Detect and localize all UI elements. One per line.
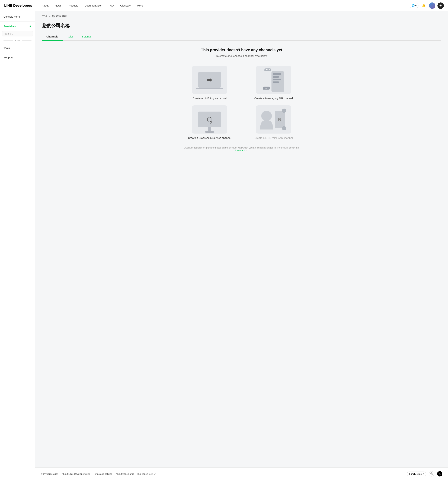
breadcrumb: TOP ▶ 您的公司名稱	[35, 11, 448, 20]
tab-channels[interactable]: Channels	[42, 33, 62, 41]
monitor-base	[205, 131, 214, 133]
header: LINE Developers About News Products Docu…	[0, 0, 448, 11]
sidebar-item-console-home[interactable]: Console home	[0, 13, 35, 21]
nav-news[interactable]: News	[52, 3, 64, 8]
chat-bubble-top	[264, 68, 271, 71]
phone-bar-2	[273, 76, 279, 78]
tabs: Channels Roles Settings	[42, 33, 441, 41]
dark-mode-toggle[interactable]: ☀	[437, 2, 444, 9]
channel-card-label-blockchain: Create a Blockchain Service channel	[188, 136, 231, 139]
sidebar-providers-row[interactable]: Providers	[0, 22, 35, 30]
dot5	[266, 88, 267, 89]
dot3	[269, 69, 270, 70]
sidebar-item-tools[interactable]: Tools	[0, 44, 35, 52]
nav-about[interactable]: About	[39, 3, 51, 8]
channel-card-mini-app[interactable]: N Create a LINE MINI App channel	[246, 106, 301, 139]
dot6	[268, 88, 269, 89]
chat-bubble-bottom	[263, 87, 270, 90]
main-nav: About News Products Documentation FAQ Gl…	[39, 3, 410, 8]
dot2	[268, 69, 268, 70]
main-content: TOP ▶ 您的公司名稱 您的公司名稱 Channels Roles Setti…	[35, 11, 448, 480]
providers-collapse-icon	[29, 26, 31, 27]
footer-link-trademarks[interactable]: About trademarks	[116, 473, 134, 475]
bell-icon: 🔔	[422, 4, 426, 7]
arrow-right-icon: ➡	[207, 76, 212, 84]
footer-link-terms[interactable]: Terms and policies	[93, 473, 112, 475]
family-caret-icon: ▾	[423, 473, 424, 475]
phone-bar-3	[273, 79, 281, 80]
notification-bell[interactable]: 🔔	[420, 2, 427, 9]
content-area: 您的公司名稱 Channels Roles Settings This prov…	[35, 20, 448, 467]
monitor-illustration: ⬡ ⬡	[198, 112, 221, 127]
header-actions: 🌐 ▾ 🔔 ☀	[410, 2, 444, 9]
info-icon: ⓘ	[430, 472, 433, 475]
channel-card-blockchain[interactable]: ⬡ ⬡ Create a Blockchain Service channel	[182, 106, 237, 139]
nav-products[interactable]: Products	[65, 3, 81, 8]
circle-info-button[interactable]: ⓘ	[429, 471, 434, 476]
external-link-icon: ↗	[245, 149, 247, 152]
sidebar: Console home Providers Admin Tools Suppo…	[0, 11, 35, 480]
tab-roles[interactable]: Roles	[62, 33, 78, 41]
laptop-illustration: ➡	[198, 72, 221, 88]
layout: Console home Providers Admin Tools Suppo…	[0, 11, 448, 480]
sun-icon: ☀	[439, 4, 442, 7]
lang-caret-icon: ▾	[415, 4, 417, 7]
copyright: © LY Corporation	[41, 473, 58, 475]
search-input[interactable]	[2, 31, 33, 36]
footer: © LY Corporation About LINE Developers s…	[35, 467, 448, 480]
logo[interactable]: LINE Developers	[4, 4, 32, 7]
person-phone-illustration: N	[260, 107, 288, 132]
breadcrumb-top[interactable]: TOP	[42, 15, 47, 18]
nav-more[interactable]: More	[135, 3, 145, 8]
channel-grid: ➡ Create a LINE Login channel	[182, 66, 301, 139]
family-sites-label: Family Sites	[409, 473, 422, 475]
footer-left: © LY Corporation About LINE Developers s…	[41, 473, 156, 475]
notice-text: Available features might defer based on …	[180, 146, 303, 152]
x-social-button[interactable]: 𝕏	[437, 471, 442, 476]
globe-icon: 🌐	[412, 4, 415, 7]
breadcrumb-current: 您的公司名稱	[52, 15, 67, 18]
social-dot-1	[282, 109, 286, 113]
dot4	[265, 88, 266, 89]
tab-settings[interactable]: Settings	[78, 33, 96, 41]
social-dot-2	[282, 126, 286, 130]
channel-card-img-line-login: ➡	[192, 66, 227, 94]
footer-link-about-site[interactable]: About LINE Developers site	[62, 473, 90, 475]
channel-card-label-line-login: Create a LINE Login channel	[193, 97, 227, 100]
dot1	[266, 69, 267, 70]
x-icon: 𝕏	[439, 473, 441, 475]
admin-section-label: Admin	[0, 38, 35, 42]
blockchain-icon-2: ⬡	[209, 120, 212, 124]
sidebar-providers-label: Providers	[4, 25, 16, 28]
n-icon: N	[278, 117, 282, 122]
channel-card-img-mini-app: N	[256, 106, 291, 134]
channel-card-line-login[interactable]: ➡ Create a LINE Login channel	[182, 66, 237, 100]
mini-phone: N	[275, 111, 285, 128]
channel-card-label-messaging-api: Create a Messaging API channel	[255, 97, 293, 100]
nav-documentation[interactable]: Documentation	[82, 3, 105, 8]
person-head	[261, 111, 272, 121]
footer-link-bug-report[interactable]: Bug report form ↗	[137, 473, 156, 475]
avatar[interactable]	[429, 2, 435, 9]
empty-state-title: This provider doesn't have any channels …	[42, 48, 441, 52]
breadcrumb-arrow-icon: ▶	[49, 15, 50, 18]
sidebar-divider-3	[0, 53, 35, 53]
phone-body	[271, 71, 284, 92]
laptop-base	[196, 88, 223, 89]
external-icon: ↗	[154, 473, 156, 475]
person-body	[260, 120, 273, 129]
channel-card-img-blockchain: ⬡ ⬡	[192, 106, 227, 134]
channel-card-messaging-api[interactable]: Create a Messaging API channel	[246, 66, 301, 100]
channel-card-img-messaging-api	[256, 66, 291, 94]
nav-faq[interactable]: FAQ	[106, 3, 116, 8]
sidebar-item-support[interactable]: Support	[0, 54, 35, 61]
sidebar-divider-1	[0, 21, 35, 21]
family-sites-button[interactable]: Family Sites ▾	[407, 472, 426, 476]
nav-glossary[interactable]: Glossary	[118, 3, 133, 8]
document-link[interactable]: document	[235, 149, 245, 152]
phone-illustration	[263, 68, 284, 91]
empty-state-subtitle: To create one, choose a channel type bel…	[42, 54, 441, 57]
language-button[interactable]: 🌐 ▾	[410, 3, 419, 8]
monitor-stand	[208, 127, 211, 131]
channel-card-label-mini-app: Create a LINE MINI App channel	[255, 136, 293, 139]
